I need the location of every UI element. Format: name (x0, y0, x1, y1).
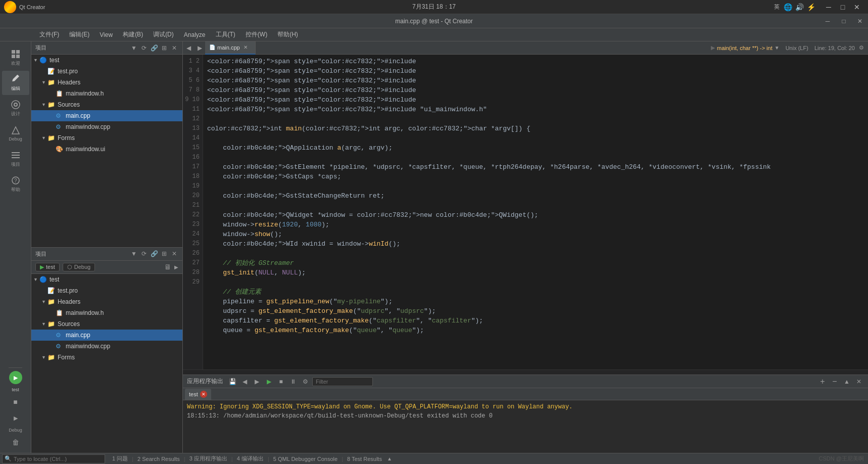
bottom-panel-sync-icon[interactable]: ⟳ (140, 250, 148, 258)
tree-item-headers[interactable]: ▼📁Headers (31, 77, 182, 88)
menu-analyze[interactable]: Analyze (180, 30, 210, 39)
bottom-panel-expand-icon[interactable]: ⊞ (160, 250, 168, 258)
menu-file[interactable]: 文件(F) (35, 29, 63, 40)
tree-item-test-root2[interactable]: ▼🔵test (31, 274, 182, 285)
tree-item-forms[interactable]: ▼📁Forms (31, 132, 182, 144)
run-button[interactable]: ▶ (9, 371, 22, 384)
panel-expand-icon[interactable]: ⊞ (160, 44, 168, 52)
debug-label: Debug (9, 428, 22, 433)
trash-button[interactable]: 🗑 (9, 436, 22, 449)
tree-item-headers2[interactable]: ▼📁Headers (31, 296, 182, 307)
sidebar-item-projects[interactable]: 项目 (2, 147, 29, 171)
sidebar-item-welcome[interactable]: 欢迎 (2, 45, 29, 70)
status-issues[interactable]: 1 问题 (109, 454, 131, 463)
close-button[interactable]: ✕ (850, 0, 864, 14)
output-pause-icon[interactable]: ⏸ (288, 377, 298, 387)
tab-settings-icon[interactable]: ⚙ (859, 44, 864, 51)
status-app-output[interactable]: 3 应用程序输出 (186, 454, 230, 463)
menu-debug[interactable]: 调试(D) (149, 29, 178, 40)
sidebar-item-debug[interactable]: Debug (2, 121, 29, 146)
tree-item-mainwindow-cpp-bottom[interactable]: ⚙mainwindow.cpp (31, 341, 182, 352)
code-content[interactable]: <color:#6a8759;">span style="color:#cc78… (203, 55, 868, 369)
tree-item-main-cpp-top[interactable]: ⚙main.cpp (31, 110, 182, 121)
tree-item-mainwindow-cpp-top[interactable]: ⚙mainwindow.cpp (31, 121, 182, 132)
debug-run-button[interactable]: ▶ (9, 411, 22, 425)
sidebar-item-edit[interactable]: 编辑 (2, 71, 29, 95)
bottom-panel-filter-icon[interactable]: ▼ (130, 250, 138, 258)
output-panel: 应用程序输出 💾 ◀ ▶ ▶ ■ ⏸ ⚙ + − ▲ ✕ test (183, 375, 868, 453)
output-collapse-icon[interactable]: ▲ (842, 377, 852, 387)
status-search-icon: 🔍 (3, 455, 14, 462)
bottom-panel-link-icon[interactable]: 🔗 (150, 250, 158, 258)
panel-close-icon[interactable]: ✕ (170, 44, 178, 52)
kit-run-button[interactable]: ▶ test (35, 263, 60, 271)
run-label: test (12, 387, 19, 392)
output-minus-icon[interactable]: − (830, 377, 840, 387)
tab-close-icon[interactable]: ✕ (242, 44, 249, 51)
tree-item-sources-bottom[interactable]: ▼📁Sources (31, 318, 182, 330)
tree-item-test-root[interactable]: ▼🔵test (31, 55, 182, 66)
stop-button[interactable]: ■ (9, 395, 22, 408)
svg-point-4 (14, 103, 17, 106)
menu-tools[interactable]: 工具(T) (212, 29, 239, 40)
menu-view[interactable]: View (95, 30, 117, 39)
window-maximize-button[interactable]: □ (836, 14, 852, 28)
minimize-button[interactable]: ─ (822, 0, 836, 14)
output-prev-icon[interactable]: ◀ (239, 377, 250, 387)
editor-tab-main-cpp[interactable]: 📄 main.cpp ✕ (205, 41, 256, 55)
tab-next-button[interactable]: ▶ (194, 41, 205, 55)
status-search-input[interactable] (14, 456, 105, 462)
output-settings-icon[interactable]: ⚙ (300, 377, 310, 387)
tree-item-mainwindow-h[interactable]: 📋mainwindow.h (31, 88, 182, 99)
output-tab-test[interactable]: test ✕ (185, 389, 211, 400)
tree-item-mainwindow-ui[interactable]: 🎨mainwindow.ui (31, 144, 182, 155)
status-test-results[interactable]: 8 Test Results (344, 455, 385, 463)
panel-link-icon[interactable]: 🔗 (150, 44, 158, 52)
status-search-results[interactable]: 2 Search Results (134, 455, 183, 463)
status-compile-output[interactable]: 4 编译输出 (234, 454, 267, 463)
output-next-icon[interactable]: ▶ (252, 377, 262, 387)
top-project-panel: 项目 ▼ ⟳ 🔗 ⊞ ✕ ▼🔵test📝test.pro▼📁Headers📋ma… (31, 41, 182, 247)
panel-filter-icon[interactable]: ▼ (130, 44, 138, 52)
sidebar-item-help[interactable]: ? 帮助 (2, 172, 29, 196)
output-save-icon[interactable]: 💾 (227, 377, 237, 387)
taskbar: Qt Creator 7月31日 18：17 英 🌐 🔊 ⚡ ─ □ ✕ (0, 0, 868, 14)
output-run-icon[interactable]: ▶ (264, 377, 274, 387)
tree-item-forms2[interactable]: ▼📁Forms (31, 352, 182, 363)
svg-rect-1 (16, 50, 20, 54)
sidebar-help-label: 帮助 (11, 187, 20, 193)
output-close-icon[interactable]: ✕ (854, 377, 864, 387)
menu-help[interactable]: 帮助(H) (273, 29, 302, 40)
breadcrumb-separator: ▶ (711, 44, 715, 51)
device-icon[interactable]: 🖥 (164, 263, 171, 271)
tree-item-test-pro2[interactable]: 📝test.pro (31, 285, 182, 296)
kit-debug-button[interactable]: ⬡ Debug (63, 263, 95, 271)
window-close-button[interactable]: ✕ (852, 14, 868, 28)
output-filter-input[interactable] (312, 377, 373, 386)
tree-item-mainwindow-h2[interactable]: 📋mainwindow.h (31, 307, 182, 318)
menu-build[interactable]: 构建(B) (119, 29, 147, 40)
tab-prev-button[interactable]: ◀ (183, 41, 194, 55)
bottom-panel-close-icon[interactable]: ✕ (170, 250, 178, 258)
output-add-icon[interactable]: + (817, 377, 828, 387)
editor-area: ◀ ▶ 📄 main.cpp ✕ ▶ main(int, char **) ->… (183, 41, 868, 453)
device-expand-icon[interactable]: ▶ (174, 264, 178, 270)
sidebar-item-design[interactable]: 设计 (2, 96, 29, 120)
tree-item-main-cpp-bottom[interactable]: ⚙main.cpp (31, 330, 182, 341)
output-stop-icon[interactable]: ■ (276, 377, 286, 387)
breadcrumb-dropdown-icon[interactable]: ▼ (775, 45, 780, 51)
sys-volume-icon: 🔊 (795, 3, 804, 11)
tree-item-sources-top[interactable]: ▼📁Sources (31, 99, 182, 110)
editor-hscrollbar[interactable] (183, 369, 868, 375)
line-col-label: Line: 19, Col: 20 (814, 45, 855, 51)
tree-item-test-pro[interactable]: 📝test.pro (31, 66, 182, 77)
window-minimize-button[interactable]: ─ (819, 14, 836, 28)
maximize-button[interactable]: □ (836, 0, 850, 14)
menu-widgets[interactable]: 控件(W) (242, 29, 271, 40)
window-titlebar: main.cpp @ test - Qt Creator ─ □ ✕ (0, 14, 868, 28)
panel-sync-icon[interactable]: ⟳ (140, 44, 148, 52)
status-qml-debugger[interactable]: 5 QML Debugger Console (270, 455, 341, 463)
sidebar-debug-label: Debug (9, 136, 22, 142)
status-expand-icon[interactable]: ▲ (387, 456, 392, 461)
menu-edit[interactable]: 编辑(E) (65, 29, 93, 40)
